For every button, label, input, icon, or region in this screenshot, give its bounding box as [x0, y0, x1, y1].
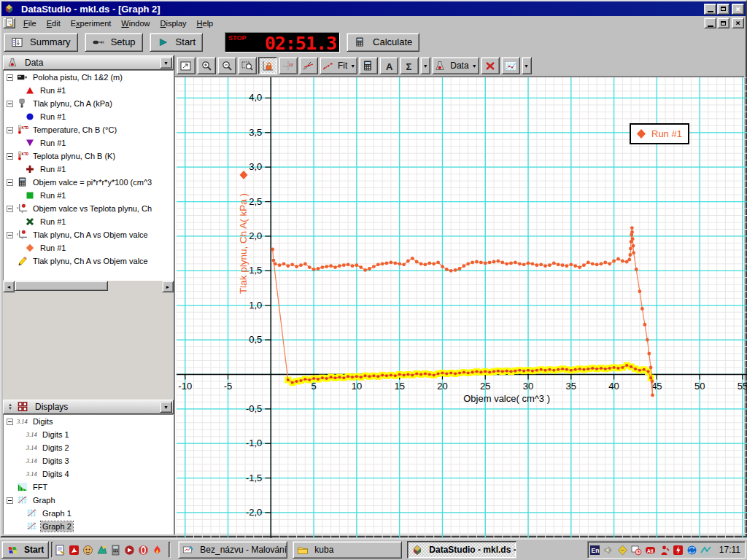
start-menu-button[interactable]: Start [1, 541, 49, 559]
quick-launch-imaging[interactable] [97, 542, 111, 558]
text-note-button[interactable]: A [379, 57, 398, 74]
data-dropdown-button[interactable]: ▼ [160, 57, 172, 69]
displays-tree-child-item[interactable]: 3.14Digits 1 [4, 428, 173, 441]
menu-edit[interactable]: Edit [42, 18, 66, 29]
data-tree-hscrollbar[interactable]: ◄ ► [3, 281, 174, 400]
collapse-box[interactable] [7, 179, 13, 186]
menu-help[interactable]: Help [192, 18, 219, 29]
data-tree-item[interactable]: yxTlak plynu, Ch A vs Objem valce [4, 228, 173, 241]
mdi-restore-button[interactable] [717, 18, 729, 28]
displays-tree-child-item[interactable]: Graph 1 [4, 507, 173, 520]
displays-dropdown-button[interactable]: ▼ [160, 401, 172, 413]
quick-launch-flame[interactable] [152, 542, 166, 558]
summary-button[interactable]: Summary [4, 33, 78, 52]
menu-window[interactable]: Window [116, 18, 155, 29]
graph-settings-button[interactable] [501, 57, 520, 74]
fit-menu-button[interactable]: Fit▼ [320, 57, 357, 74]
menu-display[interactable]: Display [155, 18, 192, 29]
statistics-button[interactable]: Σ [400, 57, 419, 74]
quick-launch-calculator-app[interactable] [111, 542, 125, 558]
tray-lang-en[interactable]: En [591, 544, 603, 556]
data-tree-item[interactable]: KTDTeplota plynu, Ch B (K) [4, 149, 173, 163]
tray-task-clock[interactable] [632, 544, 645, 556]
minimize-button[interactable] [704, 4, 716, 15]
data-tree-item[interactable]: Poloha pistu, Ch 1&2 (m) [4, 71, 173, 84]
displays-tree-child-item[interactable]: 3.14Digits 2 [4, 441, 173, 454]
splitter-arrows-icon[interactable]: ▲▼ [7, 403, 14, 411]
slope-tool-button[interactable] [299, 57, 318, 74]
quick-launch-opera[interactable] [139, 542, 152, 558]
quick-launch-winamp[interactable] [83, 542, 97, 558]
close-button[interactable]: × [732, 4, 744, 15]
displays-panel-header[interactable]: ▲▼ Displays ▼ [3, 400, 174, 414]
run-item[interactable]: Run #1 [4, 241, 173, 254]
task-button[interactable]: kuba [293, 541, 402, 559]
data-tree-item[interactable]: yxObjem valce vs Teplota plynu, Ch [4, 202, 173, 215]
tray-red-man[interactable] [660, 544, 673, 556]
data-tree-item[interactable]: Tlak plynu, Ch A (kPa) [4, 97, 173, 110]
smart-tool-button[interactable] [258, 57, 277, 74]
tray-shield-yellow[interactable] [619, 544, 631, 556]
data-menu-button[interactable]: Data▼ [432, 57, 479, 74]
quick-launch-realplayer[interactable] [125, 542, 139, 558]
statistics-dropdown-button[interactable]: ▼ [420, 57, 430, 74]
calculate-button[interactable]: Calculate [347, 33, 419, 52]
restore-button[interactable] [717, 4, 729, 15]
collapse-box[interactable] [7, 127, 13, 133]
zoom-out-button[interactable] [217, 57, 236, 74]
setup-button[interactable]: Setup [85, 33, 143, 52]
collapse-box[interactable] [7, 419, 13, 425]
displays-tree-child-item[interactable]: 3.14Digits 4 [4, 467, 173, 481]
start-button[interactable]: Start [150, 33, 203, 52]
run-item[interactable]: Run #1 [4, 163, 173, 176]
displays-tree-item[interactable]: Histogram [4, 533, 173, 534]
displays-tree-item[interactable]: FFT [4, 481, 173, 494]
xy-tool-button[interactable]: xy [279, 57, 298, 74]
task-button[interactable]: DataStudio - mkl.ds - ... [407, 541, 516, 559]
tray-power-flash[interactable] [674, 544, 686, 556]
mdi-minimize-button[interactable] [704, 18, 716, 28]
displays-tree-item[interactable]: Graph [4, 494, 173, 507]
document-icon[interactable] [3, 18, 15, 28]
menu-file[interactable]: File [18, 18, 42, 29]
scale-to-fit-button[interactable] [177, 57, 196, 74]
collapse-box[interactable] [7, 232, 13, 238]
collapse-box[interactable] [7, 206, 13, 212]
scrollbar-thumb[interactable] [15, 281, 108, 291]
quick-launch-wordpad[interactable] [55, 542, 69, 558]
delete-button[interactable] [481, 57, 500, 74]
data-tree-item[interactable]: Objem valce = pi*r*r*y*100 (cm^3 [4, 176, 173, 189]
displays-tree-child-item[interactable]: Graph 2 [4, 520, 173, 533]
tray-wave-line[interactable] [702, 544, 714, 556]
run-item[interactable]: Run #1 [4, 189, 173, 202]
zoom-select-button[interactable] [238, 57, 257, 74]
mdi-close-button[interactable]: × [732, 18, 744, 28]
menu-experiment[interactable]: Experiment [66, 18, 117, 29]
legend[interactable]: Run #1 [630, 124, 689, 144]
calculate-button[interactable] [359, 57, 378, 74]
displays-tree-child-item[interactable]: 3.14Digits 3 [4, 454, 173, 467]
chart-area[interactable]: -2,0-1,5-1,0-0,50,51,01,52,02,53,03,54,0… [175, 77, 744, 534]
tray-volume[interactable] [605, 544, 617, 556]
collapse-box[interactable] [7, 101, 13, 107]
run-item[interactable]: Run #1 [4, 84, 173, 97]
graph-settings-dropdown-button[interactable]: ▼ [522, 57, 532, 74]
quick-launch-acrobat[interactable] [69, 542, 83, 558]
zoom-in-button[interactable] [197, 57, 216, 74]
chart-svg[interactable]: -2,0-1,5-1,0-0,50,51,01,52,02,53,03,54,0… [177, 77, 747, 538]
titlebar[interactable]: DataStudio - mkl.ds - [Graph 2] × [1, 1, 746, 16]
collapse-box[interactable] [7, 74, 13, 81]
task-button[interactable]: Bez_názvu - Malování [178, 541, 287, 559]
data-panel-header[interactable]: Data ▼ [3, 55, 174, 70]
scroll-right-button[interactable]: ► [162, 281, 174, 292]
run-item[interactable]: Run #1 [4, 136, 173, 149]
run-item[interactable]: Run #1 [4, 215, 173, 228]
tray-globe-arrows[interactable] [688, 544, 700, 556]
displays-tree-item[interactable]: 3.14Digits [4, 415, 173, 428]
data-tree-item[interactable]: KTDTemperature, Ch B (°C) [4, 123, 173, 136]
tray-ati[interactable]: Ati [646, 544, 659, 556]
data-tree-item[interactable]: Tlak plynu, Ch A vs Objem valce [4, 254, 173, 268]
collapse-box[interactable] [7, 153, 13, 160]
scroll-left-button[interactable]: ◄ [3, 281, 15, 292]
collapse-box[interactable] [7, 497, 13, 504]
